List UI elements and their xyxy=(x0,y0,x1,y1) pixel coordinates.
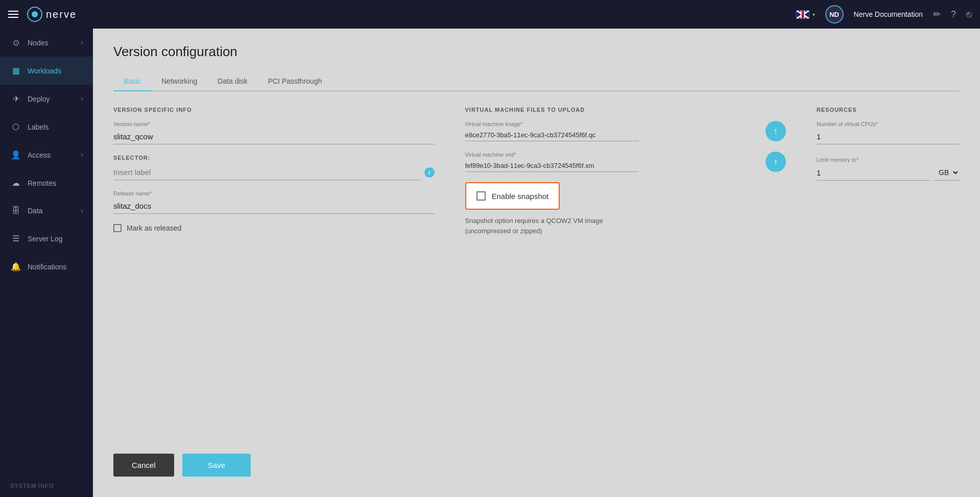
labels-icon: ⬡ xyxy=(10,122,21,132)
memory-unit-select[interactable]: GB MB TB xyxy=(935,165,960,181)
uk-flag-icon xyxy=(796,10,809,19)
sidebar-item-label: Data xyxy=(28,207,43,215)
topbar-right: ▾ ND Nerve Documentation ✏ ? ⎋ xyxy=(796,5,972,23)
vm-xml-info: Virtual machine xml* fef89e10-3bad-11ec-… xyxy=(465,152,760,172)
upload-xml-icon: ↑ xyxy=(774,157,778,167)
language-selector[interactable]: ▾ xyxy=(796,10,815,19)
serverlog-icon: ☰ xyxy=(10,234,21,243)
vm-image-upload-button[interactable]: ↑ xyxy=(766,121,786,141)
sidebar-item-deploy[interactable]: ✈ Deploy › xyxy=(0,85,93,113)
vm-image-label: Virtual machine image* xyxy=(465,121,760,127)
svg-point-1 xyxy=(32,11,38,17)
sidebar-item-label: Deploy xyxy=(28,95,50,103)
version-name-input[interactable] xyxy=(113,129,435,144)
tabs-bar: Basic Networking Data disk PCI Passthrou… xyxy=(113,72,960,91)
form-area: VERSION SPECIFIC INFO Version name* SELE… xyxy=(113,107,960,443)
memory-row: GB MB TB xyxy=(817,165,960,181)
vm-xml-label: Virtual machine xml* xyxy=(465,152,760,158)
user-profile-icon[interactable]: ✏ xyxy=(933,9,941,20)
system-info[interactable]: SYSTEM INFO xyxy=(0,475,93,497)
resources-section-label: RESOURCES xyxy=(817,107,960,113)
release-name-label: Release name* xyxy=(113,190,435,196)
sidebar-item-data[interactable]: 🗄 Data › xyxy=(0,197,93,225)
vm-files-col: VIRTUAL MACHINE FILES TO UPLOAD Virtual … xyxy=(465,107,786,443)
memory-label: Limit memory to* xyxy=(817,157,960,163)
vm-image-value: e8ce2770-3ba5-11ec-9ca3-cb3724545f6f.qc xyxy=(465,129,639,141)
access-chevron-icon: › xyxy=(81,152,83,158)
notifications-icon: 🔔 xyxy=(10,262,21,271)
sidebar-item-access[interactable]: 👤 Access › xyxy=(0,141,93,169)
selector-info-icon[interactable]: i xyxy=(424,167,435,178)
vcpu-group: Number of virtual CPUs* xyxy=(817,121,960,144)
logo-text: nerve xyxy=(46,9,77,20)
tab-pcipassthrough[interactable]: PCI Passthrough xyxy=(258,72,332,91)
deploy-chevron-icon: › xyxy=(81,96,83,102)
sidebar-item-label: Access xyxy=(28,151,51,159)
nerve-documentation-link[interactable]: Nerve Documentation xyxy=(854,10,923,18)
data-icon: 🗄 xyxy=(10,206,21,215)
cancel-button[interactable]: Cancel xyxy=(113,454,174,477)
vm-xml-value: fef89e10-3bad-11ec-9ca3-cb3724545f6f.xm xyxy=(465,160,639,172)
vm-image-info: Virtual machine image* e8ce2770-3ba5-11e… xyxy=(465,121,760,141)
version-name-group: Version name* xyxy=(113,121,435,144)
workloads-icon: ▦ xyxy=(10,66,21,76)
selector-row: i xyxy=(113,165,435,180)
language-chevron-icon: ▾ xyxy=(812,12,815,17)
version-section-label: VERSION SPECIFIC INFO xyxy=(113,107,435,113)
logout-icon[interactable]: ⎋ xyxy=(966,9,972,20)
data-chevron-icon: › xyxy=(81,208,83,214)
topbar: nerve ▾ ND Nerve Documentation ✏ ? ⎋ xyxy=(0,0,980,29)
sidebar-item-nodes[interactable]: ⊙ Nodes › xyxy=(0,29,93,57)
sidebar-item-remotes[interactable]: ☁ Remotes xyxy=(0,169,93,197)
page-title: Version configuration xyxy=(113,44,960,60)
form-footer: Cancel Save xyxy=(113,443,960,482)
mark-released-row[interactable]: Mark as released xyxy=(113,224,435,232)
vm-xml-upload-button[interactable]: ↑ xyxy=(766,152,786,172)
version-specific-col: VERSION SPECIFIC INFO Version name* SELE… xyxy=(113,107,435,443)
tab-datadisk[interactable]: Data disk xyxy=(207,72,257,91)
vm-files-section-label: VIRTUAL MACHINE FILES TO UPLOAD xyxy=(465,107,786,113)
memory-input[interactable] xyxy=(817,165,930,181)
help-icon[interactable]: ? xyxy=(951,9,956,20)
snapshot-note: Snapshot option requires a QCOW2 VM imag… xyxy=(465,216,649,236)
sidebar-item-serverlog[interactable]: ☰ Server Log xyxy=(0,225,93,253)
nodes-chevron-icon: › xyxy=(81,40,83,45)
snapshot-label: Enable snapshot xyxy=(492,192,549,201)
sidebar-item-workloads[interactable]: ▦ Workloads xyxy=(0,57,93,85)
main-content: Version configuration Basic Networking D… xyxy=(93,29,980,497)
upload-icon: ↑ xyxy=(774,126,778,137)
app-layout: ⊙ Nodes › ▦ Workloads ✈ Deploy › ⬡ Label… xyxy=(0,29,980,497)
hamburger-menu[interactable] xyxy=(8,11,18,18)
vm-image-row: Virtual machine image* e8ce2770-3ba5-11e… xyxy=(465,121,786,141)
remotes-icon: ☁ xyxy=(10,178,21,188)
sidebar-item-label: Server Log xyxy=(28,235,62,243)
version-name-label: Version name* xyxy=(113,121,435,127)
vcpu-input[interactable] xyxy=(817,129,960,144)
sidebar-item-label: Notifications xyxy=(28,263,66,271)
user-avatar[interactable]: ND xyxy=(825,5,844,23)
snapshot-checkbox[interactable] xyxy=(476,191,486,201)
selector-label: SELECTOR: xyxy=(113,155,435,161)
release-name-input[interactable] xyxy=(113,198,435,214)
tab-basic[interactable]: Basic xyxy=(113,72,151,91)
sidebar-item-labels[interactable]: ⬡ Labels xyxy=(0,113,93,141)
sidebar-item-notifications[interactable]: 🔔 Notifications xyxy=(0,253,93,281)
mark-released-label: Mark as released xyxy=(127,224,181,232)
access-icon: 👤 xyxy=(10,150,21,160)
save-button[interactable]: Save xyxy=(182,454,251,477)
sidebar-item-label: Labels xyxy=(28,123,49,131)
selector-input[interactable] xyxy=(113,165,420,180)
mark-released-checkbox[interactable] xyxy=(113,224,122,232)
sidebar-item-label: Workloads xyxy=(28,67,61,75)
nerve-logo: nerve xyxy=(27,6,77,22)
enable-snapshot-box[interactable]: Enable snapshot xyxy=(465,182,560,210)
topbar-left: nerve xyxy=(8,6,77,22)
deploy-icon: ✈ xyxy=(10,94,21,104)
nodes-icon: ⊙ xyxy=(10,38,21,47)
sidebar-item-label: Nodes xyxy=(28,39,48,47)
selector-group: SELECTOR: i xyxy=(113,155,435,180)
vm-xml-row: Virtual machine xml* fef89e10-3bad-11ec-… xyxy=(465,152,786,172)
sidebar: ⊙ Nodes › ▦ Workloads ✈ Deploy › ⬡ Label… xyxy=(0,29,93,497)
tab-networking[interactable]: Networking xyxy=(151,72,207,91)
sidebar-item-label: Remotes xyxy=(28,179,56,187)
